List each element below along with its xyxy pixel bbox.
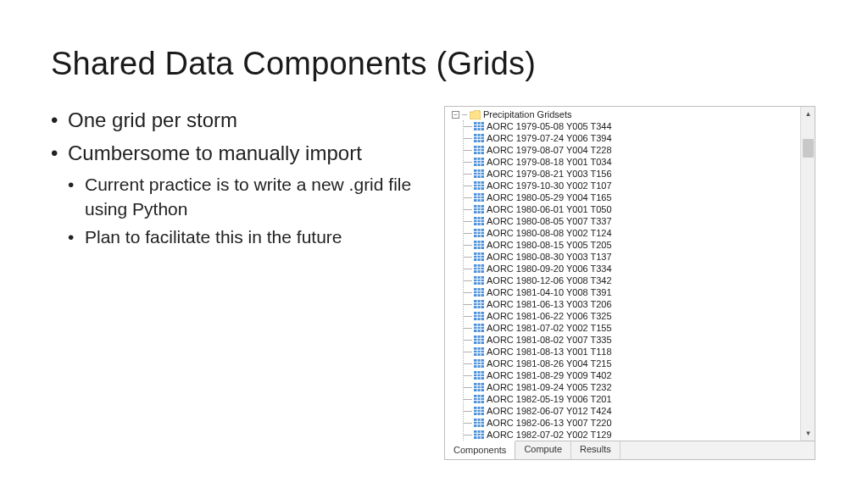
tree-item-label: AORC 1979-05-08 Y005 T344 [487,120,612,132]
tab-label: Compute [524,444,562,454]
tree-item[interactable]: AORC 1979-10-30 Y002 T107 [464,180,815,191]
grid-icon [474,146,484,154]
tree-branch [464,381,474,393]
grid-icon [474,205,484,214]
tree-branch [464,346,474,358]
tree-item[interactable]: AORC 1981-07-02 Y002 T155 [464,322,815,334]
svg-rect-100 [474,359,484,368]
tree-item[interactable]: AORC 1980-06-01 Y001 T050 [464,203,815,215]
svg-rect-30 [474,193,484,202]
chevron-down-icon: ▼ [805,430,812,437]
grid-icon [474,229,484,237]
tree-branch [464,239,474,251]
tree-item[interactable]: AORC 1980-12-06 Y008 T342 [464,274,815,286]
tree-item-label: AORC 1979-07-24 Y006 T394 [487,132,612,144]
bullet-text: Plan to facilitate this in the future [85,227,342,247]
tree-item[interactable]: AORC 1981-08-02 Y007 T335 [464,334,815,346]
svg-rect-75 [474,300,484,308]
tree-branch [464,263,474,274]
tree-branch [464,298,474,310]
tree-branch [464,274,474,286]
tree-item[interactable]: AORC 1979-08-18 Y001 T034 [464,156,815,168]
tree-item[interactable]: AORC 1981-04-10 Y008 T391 [464,286,815,298]
svg-rect-110 [474,383,484,391]
tree-item-label: AORC 1980-06-01 Y001 T050 [487,203,612,215]
grid-icon [474,359,484,368]
tree-folder-label: Precipitation Gridsets [483,108,572,120]
tree-branch [464,180,474,191]
tree-item[interactable]: AORC 1980-08-30 Y003 T137 [464,251,815,263]
bullet-column: One grid per storm Cumbersome to manuall… [51,106,424,460]
svg-rect-0 [474,122,484,130]
sub-bullet-item: Current practice is to write a new .grid… [68,172,424,222]
tree-item[interactable]: AORC 1980-08-15 Y005 T205 [464,239,815,251]
tree-item-label: AORC 1980-12-06 Y008 T342 [487,274,612,286]
svg-rect-45 [474,229,484,237]
tree-item[interactable]: AORC 1980-09-20 Y006 T334 [464,263,815,274]
tree-item-label: AORC 1981-08-02 Y007 T335 [487,334,612,346]
tree-item[interactable]: AORC 1979-05-08 Y005 T344 [464,120,815,132]
tree-item[interactable]: AORC 1980-05-29 Y004 T165 [464,191,815,203]
grid-icon [474,312,484,320]
svg-rect-125 [474,419,484,427]
tree-item-label: AORC 1982-05-19 Y006 T201 [487,393,612,405]
tree-item[interactable]: AORC 1981-06-22 Y006 T325 [464,310,815,322]
tree-branch [464,144,474,156]
tree-panel-column: − Precipitation Gridsets AORC 1979-05-08… [444,106,817,460]
tree-item[interactable]: AORC 1979-07-24 Y006 T394 [464,132,815,144]
scroll-thumb[interactable] [803,139,814,158]
tree-item[interactable]: AORC 1980-08-08 Y002 T124 [464,227,815,239]
tree-item[interactable]: AORC 1981-08-13 Y001 T118 [464,346,815,358]
tab-results[interactable]: Results [571,441,620,459]
tree-item-label: AORC 1980-09-20 Y006 T334 [487,263,612,274]
collapse-toggle-icon[interactable]: − [452,111,459,119]
grid-icon [474,430,484,439]
tree-branch [464,168,474,180]
scroll-down-button[interactable]: ▼ [801,426,815,441]
svg-rect-10 [474,146,484,154]
tab-components[interactable]: Components [445,441,515,459]
tree-scroll-area: − Precipitation Gridsets AORC 1979-05-08… [445,107,815,441]
tree-item[interactable]: AORC 1982-06-07 Y012 T424 [464,405,815,417]
grid-icon [474,383,484,391]
tree-item[interactable]: AORC 1979-08-21 Y003 T156 [464,168,815,180]
tab-label: Components [453,445,506,455]
svg-rect-55 [474,252,484,261]
tree-item[interactable]: AORC 1979-08-07 Y004 T228 [464,144,815,156]
grid-icon [474,241,484,249]
tree: − Precipitation Gridsets AORC 1979-05-08… [445,107,815,441]
grid-icon [474,371,484,380]
grid-icon [474,324,484,332]
vertical-scrollbar[interactable]: ▲ ▼ [800,107,815,441]
tree-folder-row[interactable]: − Precipitation Gridsets [452,108,815,120]
grid-icon [474,347,484,356]
tree-item[interactable]: AORC 1981-08-26 Y004 T215 [464,358,815,369]
tree-branch [464,429,474,441]
svg-rect-115 [474,395,484,403]
tree-branch [464,310,474,322]
tree-item-label: AORC 1981-08-26 Y004 T215 [487,358,612,369]
tree-item[interactable]: AORC 1982-06-13 Y007 T220 [464,417,815,429]
tree-item[interactable]: AORC 1981-08-29 Y009 T402 [464,369,815,381]
tree-branch [464,286,474,298]
slide: Shared Data Components (Grids) One grid … [0,0,868,488]
scroll-up-button[interactable]: ▲ [801,107,815,121]
grid-icon [474,252,484,261]
tree-branch [464,393,474,405]
tab-compute[interactable]: Compute [515,441,571,459]
tree-item[interactable]: AORC 1982-07-02 Y002 T129 [464,429,815,441]
tree-item-label: AORC 1980-08-08 Y002 T124 [487,227,612,239]
tree-item[interactable]: AORC 1982-05-19 Y006 T201 [464,393,815,405]
grid-icon [474,300,484,308]
tree-branch [464,120,474,132]
chevron-up-icon: ▲ [805,110,812,118]
tree-item[interactable]: AORC 1981-09-24 Y005 T232 [464,381,815,393]
svg-rect-60 [474,264,484,273]
tree-item-label: AORC 1981-08-29 Y009 T402 [487,369,612,381]
grid-icon [474,122,484,130]
tree-item[interactable]: AORC 1980-08-05 Y007 T337 [464,215,815,227]
tree-item[interactable]: AORC 1981-06-13 Y003 T206 [464,298,815,310]
svg-rect-25 [474,181,484,190]
tree-branch [464,358,474,369]
svg-rect-35 [474,205,484,214]
